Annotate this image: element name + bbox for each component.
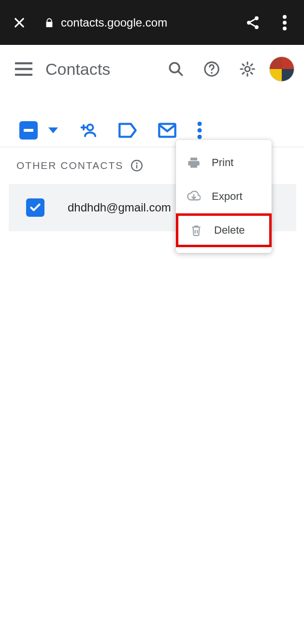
- svg-point-0: [255, 16, 259, 20]
- section-label: OTHER CONTACTS: [16, 160, 123, 171]
- delete-icon: [189, 223, 203, 238]
- svg-point-9: [245, 67, 250, 71]
- page-title: Contacts: [45, 60, 158, 79]
- menu-item-print[interactable]: Print: [176, 146, 272, 180]
- svg-point-13: [198, 128, 202, 132]
- svg-point-1: [247, 21, 251, 25]
- svg-point-10: [87, 125, 93, 130]
- menu-item-delete[interactable]: Delete: [176, 213, 272, 247]
- contact-checkbox[interactable]: [26, 198, 44, 217]
- label-icon[interactable]: [118, 122, 137, 139]
- more-actions-icon[interactable]: [197, 122, 202, 139]
- selection-indicator[interactable]: [19, 121, 38, 140]
- search-icon[interactable]: [164, 57, 188, 81]
- app-header: Contacts: [0, 45, 304, 93]
- menu-item-export[interactable]: Export: [176, 180, 272, 213]
- add-to-contacts-icon[interactable]: [78, 122, 98, 139]
- selection-dropdown-icon[interactable]: [48, 127, 58, 133]
- browser-chrome-bar: contacts.google.com: [0, 0, 304, 45]
- menu-item-label: Export: [212, 190, 243, 203]
- svg-rect-17: [136, 165, 137, 168]
- close-icon[interactable]: [10, 13, 29, 32]
- svg-point-3: [283, 15, 287, 19]
- avatar[interactable]: [269, 56, 294, 82]
- info-icon[interactable]: [130, 159, 144, 172]
- settings-icon[interactable]: [235, 57, 260, 81]
- svg-point-16: [136, 163, 138, 164]
- menu-item-label: Print: [212, 156, 233, 169]
- browser-more-icon[interactable]: [275, 13, 294, 32]
- menu-icon[interactable]: [12, 57, 36, 81]
- export-icon: [187, 189, 201, 204]
- svg-point-2: [255, 25, 259, 29]
- contact-email: dhdhdh@gmail.com: [68, 201, 171, 214]
- svg-point-5: [283, 27, 287, 30]
- browser-url[interactable]: contacts.google.com: [61, 16, 243, 29]
- help-icon[interactable]: [200, 57, 224, 81]
- lock-icon: [43, 17, 55, 28]
- email-icon[interactable]: [158, 122, 177, 139]
- share-icon[interactable]: [243, 13, 262, 32]
- svg-point-14: [198, 135, 202, 139]
- svg-point-12: [198, 122, 202, 126]
- menu-item-label: Delete: [214, 224, 245, 237]
- actions-menu: Print Export Delete: [176, 140, 272, 253]
- svg-point-8: [211, 72, 213, 74]
- print-icon: [187, 155, 201, 170]
- svg-point-4: [283, 21, 287, 25]
